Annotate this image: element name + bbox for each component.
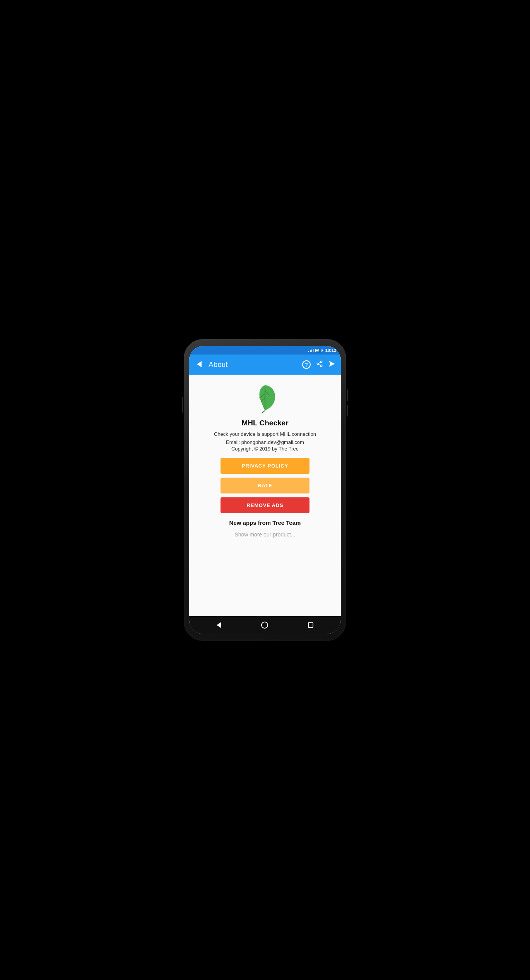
volume-up-button: [347, 389, 348, 401]
svg-line-4: [318, 362, 320, 363]
battery-icon: ⚡: [315, 349, 323, 352]
app-logo: [250, 382, 280, 415]
nav-recents-button[interactable]: [308, 622, 313, 628]
toolbar: About ?: [189, 355, 341, 375]
nav-home-icon: [261, 622, 268, 629]
nav-back-icon: [217, 622, 221, 628]
signal-bar-2: [310, 350, 311, 352]
battery-tip: [322, 350, 323, 351]
status-bar: ⚡ 10:12: [189, 346, 341, 355]
share-button[interactable]: [316, 360, 323, 369]
signal-bar-3: [311, 350, 312, 352]
leaf-icon: [250, 382, 280, 413]
nav-recents-icon: [308, 622, 313, 628]
signal-bar-4: [313, 349, 313, 352]
svg-point-2: [320, 365, 322, 367]
send-icon: [328, 360, 335, 367]
remove-ads-button[interactable]: REMOVE ADS: [221, 497, 309, 513]
svg-line-3: [318, 364, 320, 365]
svg-marker-5: [329, 361, 335, 367]
rate-button[interactable]: RATE: [221, 478, 309, 493]
new-apps-title: New apps from Tree Team: [229, 519, 301, 526]
signal-bar-1: [308, 351, 309, 352]
battery-body: ⚡: [315, 349, 321, 352]
svg-point-1: [317, 363, 319, 365]
power-button: [182, 397, 183, 413]
navigation-bar: [189, 616, 341, 634]
back-arrow-icon: [197, 361, 202, 367]
volume-down-button: [347, 405, 348, 416]
nav-home-button[interactable]: [261, 622, 268, 629]
signal-icon: [308, 348, 314, 352]
share-icon: [316, 360, 323, 367]
toolbar-actions: ?: [302, 360, 335, 369]
app-copyright: Copyright © 2019 by The Tree: [231, 446, 299, 452]
svg-point-0: [320, 361, 322, 363]
toolbar-title: About: [209, 360, 298, 369]
app-name: MHL Checker: [241, 419, 288, 427]
show-more-text[interactable]: Show more our product...: [234, 531, 295, 538]
app-description: Check your device is support MHL connect…: [214, 430, 316, 439]
battery-bolt: ⚡: [316, 349, 320, 352]
main-content: MHL Checker Check your device is support…: [189, 375, 341, 616]
help-button[interactable]: ?: [302, 360, 311, 369]
status-icons: ⚡ 10:12: [308, 348, 336, 353]
app-email: Email: phongphan.dev@gmail.com: [226, 439, 304, 445]
send-button[interactable]: [328, 360, 335, 369]
privacy-policy-button[interactable]: PRIVACY POLICY: [221, 458, 309, 474]
nav-back-button[interactable]: [217, 622, 221, 628]
back-button[interactable]: [195, 360, 204, 370]
phone-device: ⚡ 10:12 About ?: [184, 339, 346, 641]
phone-screen: ⚡ 10:12 About ?: [189, 346, 341, 634]
status-time: 10:12: [325, 348, 336, 353]
help-icon-label: ?: [305, 362, 308, 368]
